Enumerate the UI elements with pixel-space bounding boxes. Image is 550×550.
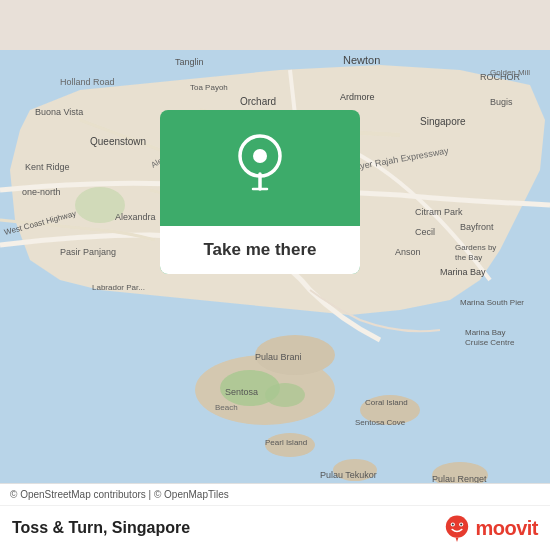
map-background: Newton Orchard Queenstown Buona Vista Ke… [0, 0, 550, 550]
svg-text:Pearl Island: Pearl Island [265, 438, 307, 447]
svg-text:Orchard: Orchard [240, 96, 276, 107]
svg-text:Queenstown: Queenstown [90, 136, 146, 147]
svg-text:Pulau Brani: Pulau Brani [255, 352, 302, 362]
svg-text:Holland Road: Holland Road [60, 77, 115, 87]
svg-point-59 [452, 523, 454, 525]
svg-text:Bayfront: Bayfront [460, 222, 494, 232]
bottom-bar: © OpenStreetMap contributors | © OpenMap… [0, 483, 550, 550]
svg-text:Gardens by: Gardens by [455, 243, 496, 252]
svg-text:Toa Payoh: Toa Payoh [190, 83, 228, 92]
svg-text:Newton: Newton [343, 54, 380, 66]
svg-text:Buona Vista: Buona Vista [35, 107, 83, 117]
svg-text:Marina Bay: Marina Bay [440, 267, 486, 277]
svg-text:Pulau Tekukor: Pulau Tekukor [320, 470, 377, 480]
svg-point-54 [253, 149, 267, 163]
svg-text:Kent Ridge: Kent Ridge [25, 162, 70, 172]
svg-text:Singapore: Singapore [420, 116, 466, 127]
svg-text:Citram Park: Citram Park [415, 207, 463, 217]
map-container: Newton Orchard Queenstown Buona Vista Ke… [0, 0, 550, 550]
take-me-there-button[interactable]: Take me there [160, 226, 360, 274]
svg-text:Beach: Beach [215, 403, 238, 412]
attribution-text: © OpenStreetMap contributors | © OpenMap… [10, 489, 229, 500]
moovit-brand-icon [443, 514, 471, 542]
svg-text:Marina Bay: Marina Bay [465, 328, 505, 337]
svg-text:Tanglin: Tanglin [175, 57, 204, 67]
location-icon-wrap [235, 134, 285, 198]
svg-point-56 [446, 515, 468, 537]
svg-text:Pasir Panjang: Pasir Panjang [60, 247, 116, 257]
svg-text:Alexandra: Alexandra [115, 212, 156, 222]
action-card: Take me there [160, 110, 360, 274]
svg-text:Sentosa: Sentosa [225, 387, 258, 397]
svg-text:Labrador Par...: Labrador Par... [92, 283, 145, 292]
svg-point-60 [461, 523, 463, 525]
svg-text:Bugis: Bugis [490, 97, 513, 107]
svg-text:Cruise Centre: Cruise Centre [465, 338, 515, 347]
svg-text:Anson: Anson [395, 247, 421, 257]
svg-text:Marina South Pier: Marina South Pier [460, 298, 524, 307]
location-name: Toss & Turn, Singapore [12, 519, 190, 537]
svg-point-11 [265, 383, 305, 407]
svg-text:one-north: one-north [22, 187, 61, 197]
attribution-row: © OpenStreetMap contributors | © OpenMap… [0, 484, 550, 506]
moovit-logo: moovit [443, 514, 538, 542]
location-pin-icon [235, 134, 285, 194]
moovit-label: moovit [475, 517, 538, 540]
svg-text:the Bay: the Bay [455, 253, 482, 262]
location-row: Toss & Turn, Singapore moovit [0, 506, 550, 550]
svg-text:Golden Mill: Golden Mill [490, 68, 530, 77]
svg-text:Sentosa Cove: Sentosa Cove [355, 418, 406, 427]
svg-text:Ardmore: Ardmore [340, 92, 375, 102]
svg-text:Cecil: Cecil [415, 227, 435, 237]
svg-text:Coral Island: Coral Island [365, 398, 408, 407]
